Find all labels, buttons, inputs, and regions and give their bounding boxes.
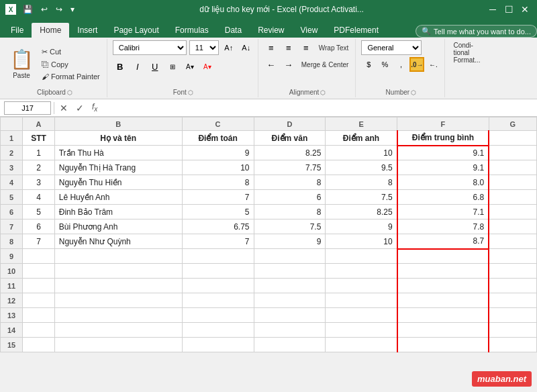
decrease-font-button[interactable]: A↓ [239,40,254,55]
decrease-decimal-button[interactable]: ←. [426,57,440,72]
row-header-5[interactable]: 5 [1,190,23,205]
cell[interactable] [54,338,182,352]
close-button[interactable]: ✕ [518,4,532,15]
cell[interactable] [182,249,254,264]
cell[interactable] [254,293,326,308]
col-header-A[interactable]: A [23,117,54,131]
row-header-10[interactable]: 10 [1,264,23,279]
row-header-8[interactable]: 8 [1,234,23,249]
cell[interactable]: 7.1 [397,205,489,219]
cell[interactable] [489,249,536,264]
cell[interactable]: 8.0 [397,175,489,190]
cell[interactable] [397,279,489,293]
cell[interactable] [326,279,397,293]
cell[interactable]: 8 [182,175,254,190]
cell[interactable]: 8.7 [397,234,489,249]
cell[interactable] [489,293,536,308]
cell[interactable]: 10 [326,146,397,160]
cell[interactable]: STT [23,131,54,146]
cell[interactable]: 9.1 [397,160,489,175]
copy-button[interactable]: ⿻ Copy [39,59,103,70]
cell[interactable]: 10 [182,160,254,175]
row-header-1[interactable]: 1 [1,131,23,146]
cell[interactable]: 4 [23,190,54,205]
cell[interactable]: Họ và tên [54,131,182,146]
italic-button[interactable]: I [130,59,145,74]
clipboard-expand-icon[interactable]: ⬡ [67,89,72,96]
cell[interactable] [489,160,536,175]
tab-file[interactable]: File [3,23,32,38]
confirm-formula-button[interactable]: ✓ [73,103,87,113]
cell[interactable]: Trần Thu Hà [54,146,182,160]
cell[interactable] [489,175,536,190]
conditional-formatting-button[interactable]: Condi-tionalFormat... [450,40,483,65]
cell[interactable]: 9 [254,234,326,249]
paste-button[interactable]: 📋 Paste [7,47,36,81]
cell[interactable]: Điểm văn [254,131,326,146]
cell[interactable] [489,308,536,323]
cell[interactable] [326,308,397,323]
fill-color-button[interactable]: A▾ [183,59,197,74]
cell[interactable] [326,264,397,279]
increase-decimal-button[interactable]: .0→ [409,57,424,72]
cell[interactable]: Nguyễn Thị Hà Trang [54,160,182,175]
undo-button[interactable]: ↩ [38,3,50,15]
font-family-select[interactable]: Calibri [113,40,187,55]
cell[interactable] [254,279,326,293]
cell[interactable] [489,190,536,205]
col-header-D[interactable]: D [254,117,326,131]
number-expand-icon[interactable]: ⬡ [411,89,416,96]
cell[interactable] [397,323,489,338]
cell[interactable] [182,264,254,279]
tell-me-box[interactable]: 🔍 Tell me what you want to do... [416,25,537,38]
font-expand-icon[interactable]: ⬡ [188,89,193,96]
cancel-formula-button[interactable]: ✕ [57,103,70,113]
cell[interactable] [489,264,536,279]
underline-button[interactable]: U [148,59,162,74]
col-header-C[interactable]: C [182,117,254,131]
row-header-14[interactable]: 14 [1,323,23,338]
cell[interactable]: 1 [23,146,54,160]
cell[interactable] [54,323,182,338]
cell[interactable] [326,293,397,308]
tab-formulas[interactable]: Formulas [167,23,217,38]
align-center-button[interactable]: ≡ [281,40,296,55]
cell[interactable]: 10 [326,234,397,249]
cell[interactable] [54,308,182,323]
cell-reference-box[interactable] [4,101,51,115]
cell[interactable] [254,264,326,279]
row-header-7[interactable]: 7 [1,219,23,234]
cell[interactable]: 9.5 [326,160,397,175]
cell[interactable]: 6 [23,219,54,234]
cell[interactable]: Đinh Bảo Trâm [54,205,182,219]
align-right-button[interactable]: ≡ [299,40,313,55]
cell[interactable] [182,279,254,293]
cell[interactable] [489,338,536,352]
row-header-12[interactable]: 12 [1,293,23,308]
border-button[interactable]: ⊞ [165,59,180,74]
cell[interactable]: 7 [23,234,54,249]
cell[interactable]: 8.25 [326,205,397,219]
number-format-select[interactable]: General [361,40,422,55]
cell[interactable] [397,293,489,308]
cell[interactable] [23,264,54,279]
increase-font-button[interactable]: A↑ [222,40,236,55]
cell[interactable] [326,249,397,264]
save-button[interactable]: 💾 [20,3,36,15]
alignment-expand-icon[interactable]: ⬡ [320,89,326,96]
cell[interactable] [23,293,54,308]
tab-view[interactable]: View [293,23,326,38]
cell[interactable] [397,249,489,264]
cell[interactable] [489,234,536,249]
cell[interactable]: 6 [254,190,326,205]
cell[interactable] [254,308,326,323]
cell[interactable] [54,249,182,264]
cell[interactable]: 7.75 [254,160,326,175]
cell[interactable]: Bùi Phương Anh [54,219,182,234]
tab-page-layout[interactable]: Page Layout [105,23,166,38]
tab-review[interactable]: Review [250,23,292,38]
minimize-button[interactable]: ─ [486,4,499,15]
cell[interactable] [23,323,54,338]
tab-insert[interactable]: Insert [69,23,105,38]
cell[interactable]: 9 [326,219,397,234]
